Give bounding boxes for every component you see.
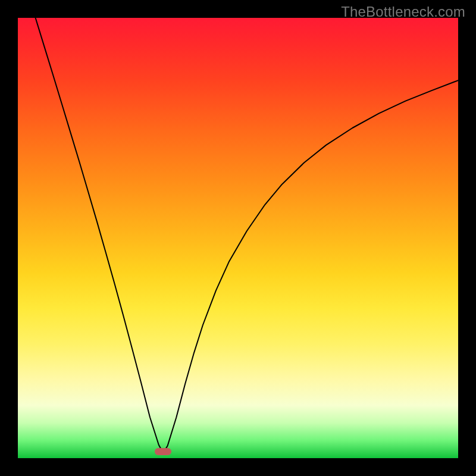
optimal-point-marker xyxy=(155,448,171,455)
bottleneck-curve xyxy=(18,18,458,458)
watermark-text: TheBottleneck.com xyxy=(341,4,465,20)
